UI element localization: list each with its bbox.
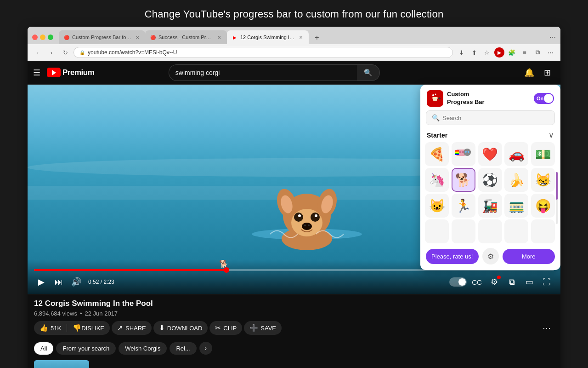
- cpb-item-cat[interactable]: 😸: [531, 168, 555, 192]
- play-pause-btn[interactable]: ▶: [34, 275, 49, 289]
- youtube-logo[interactable]: Premium: [47, 68, 94, 77]
- bookmark-icon[interactable]: ☆: [481, 47, 492, 58]
- cpb-item-empty1: [425, 219, 449, 243]
- video-views: 6,894,684 views: [34, 310, 77, 317]
- progress-fill: [34, 269, 226, 271]
- yt-notifications-btn[interactable]: 🔔: [522, 65, 537, 80]
- cpb-logo-area: Custom Progress Bar: [427, 90, 485, 107]
- cpb-settings-btn[interactable]: ⚙: [482, 248, 499, 264]
- svg-rect-29: [455, 153, 459, 154]
- clip-label: CLIP: [223, 325, 237, 332]
- back-btn[interactable]: ‹: [32, 47, 43, 58]
- share-btn[interactable]: ↗ SHARE: [112, 321, 152, 335]
- youtube-content: ☰ Premium 🔍 🔔 ⊞: [28, 61, 560, 368]
- yt-search-btn[interactable]: 🔍: [357, 64, 380, 81]
- browser-tab-2[interactable]: 🔴 Success - Custom ProgressBa... ✕: [145, 30, 227, 44]
- extension-manage-icon[interactable]: ≡: [519, 47, 530, 58]
- youtube-topbar: ☰ Premium 🔍 🔔 ⊞: [28, 61, 560, 85]
- cpb-item-soccer[interactable]: ⚽: [478, 168, 502, 192]
- cpb-item-simpsons[interactable]: 🏃: [452, 194, 475, 218]
- save-btn[interactable]: ➕ SAVE: [244, 321, 282, 335]
- tab-close-3[interactable]: ✕: [298, 34, 304, 40]
- cpb-item-hello-kitty[interactable]: 😺: [425, 194, 449, 218]
- share-page-icon[interactable]: ⬆: [469, 47, 480, 58]
- cpb-item-money[interactable]: 💵: [531, 142, 555, 166]
- download-status-icon[interactable]: ⬇: [456, 47, 467, 58]
- close-window-btn[interactable]: [32, 34, 38, 40]
- forward-btn[interactable]: ›: [46, 47, 57, 58]
- browser-menu-icon[interactable]: ⋯: [549, 34, 556, 41]
- cpb-more-btn[interactable]: More: [503, 249, 555, 264]
- svg-point-13: [304, 224, 306, 226]
- progress-corgi-icon: 🐕: [219, 259, 228, 268]
- cpb-toggle[interactable]: On: [534, 93, 554, 104]
- cpb-scrollbar[interactable]: [556, 172, 558, 224]
- minimize-window-btn[interactable]: [40, 34, 45, 40]
- save-label: SAVE: [260, 325, 276, 332]
- svg-point-11: [315, 214, 317, 217]
- autoplay-toggle[interactable]: [449, 277, 467, 287]
- tab-close-1[interactable]: ✕: [134, 34, 141, 40]
- cpb-item-corgi[interactable]: 🐕: [452, 168, 475, 192]
- browser-tab-3[interactable]: ▶ 12 Corgis Swimming In the Po... ✕: [227, 30, 309, 44]
- browser-titlebar: 🔴 Custom Progress Bar for YouTu... ✕ 🔴 S…: [28, 27, 560, 44]
- chip-welsh-corgis[interactable]: Welsh Corgis: [119, 342, 167, 355]
- cpb-rate-btn[interactable]: Please, rate us!: [426, 249, 479, 264]
- cpb-scrollbar-thumb: [556, 172, 558, 200]
- ctrl-right-btns: CC ⚙ ⧉ ▭ ⛶: [449, 275, 554, 289]
- cpb-item-pizza[interactable]: 🍕: [425, 142, 449, 166]
- theater-btn[interactable]: ▭: [522, 275, 537, 289]
- svg-point-17: [432, 94, 434, 96]
- video-area: 🐕 ▶ ⏭ 🔊 0:52 / 2:23 CC: [28, 85, 560, 294]
- svg-rect-27: [455, 151, 459, 152]
- rec-thumbnail[interactable]: [34, 360, 89, 368]
- yt-apps-btn[interactable]: ⊞: [540, 65, 555, 80]
- chip-related[interactable]: Rel...: [170, 342, 196, 355]
- cpb-search-input[interactable]: [442, 115, 549, 121]
- like-btn[interactable]: 👍 51K: [34, 321, 67, 335]
- chip-all[interactable]: All: [34, 342, 53, 355]
- cpb-item-emoji-face[interactable]: 😝: [531, 194, 555, 218]
- settings-btn[interactable]: ⚙: [487, 275, 502, 289]
- chip-from-search[interactable]: From your search: [56, 342, 116, 355]
- browser-navbar: ‹ › ↻ 🔒 youtube.com/watch?v=MESi-bQv--U …: [28, 44, 560, 61]
- new-tab-btn[interactable]: +: [311, 31, 323, 44]
- extensions-icon[interactable]: 🧩: [506, 47, 517, 58]
- dislike-icon: 👎: [73, 324, 81, 332]
- maximize-window-btn[interactable]: [48, 34, 53, 40]
- cpb-item-empty4: [504, 219, 528, 243]
- chips-next-btn[interactable]: ›: [199, 342, 212, 355]
- fullscreen-btn[interactable]: ⛶: [539, 275, 554, 289]
- cpb-item-train[interactable]: 🚂: [478, 194, 502, 218]
- clip-btn[interactable]: ✂ CLIP: [209, 321, 242, 335]
- browser-tab-1[interactable]: 🔴 Custom Progress Bar for YouTu... ✕: [59, 30, 145, 44]
- cpb-item-unicorn[interactable]: 🦄: [425, 168, 449, 192]
- yt-search-input[interactable]: [169, 64, 357, 81]
- video-time: 0:52 / 2:23: [88, 279, 114, 285]
- cpb-item-heart[interactable]: ❤️: [478, 142, 502, 166]
- cpb-footer: Please, rate us! ⚙ More: [420, 243, 560, 270]
- cpb-search-icon: 🔍: [432, 114, 440, 121]
- yt-menu-btn[interactable]: ☰: [33, 68, 40, 78]
- cpb-item-nyan[interactable]: [452, 142, 475, 166]
- volume-btn[interactable]: 🔊: [69, 275, 84, 289]
- address-url: youtube.com/watch?v=MESi-bQv--U: [88, 49, 177, 56]
- dislike-btn[interactable]: 👎 DISLIKE: [67, 321, 110, 335]
- browser-more-icon[interactable]: ⋯: [545, 47, 556, 58]
- miniplayer-btn[interactable]: ⧉: [504, 275, 519, 289]
- youtube-extension-icon[interactable]: ▶: [494, 47, 504, 58]
- address-bar[interactable]: 🔒 youtube.com/watch?v=MESi-bQv--U: [74, 47, 453, 58]
- tab-close-2[interactable]: ✕: [216, 34, 222, 40]
- download-btn[interactable]: ⬇ DOWNLOAD: [153, 321, 208, 335]
- cpb-item-banana[interactable]: 🍌: [504, 168, 528, 192]
- next-btn[interactable]: ⏭: [51, 275, 66, 289]
- svg-point-10: [298, 214, 301, 217]
- cpb-category-chevron[interactable]: ∨: [548, 131, 554, 139]
- cpb-item-car[interactable]: 🚗: [504, 142, 528, 166]
- refresh-btn[interactable]: ↻: [60, 47, 71, 58]
- subtitles-btn[interactable]: CC: [469, 275, 484, 289]
- cpb-item-train2[interactable]: 🚃: [504, 194, 528, 218]
- cpb-item-empty5: [531, 219, 555, 243]
- split-view-icon[interactable]: ⧉: [532, 47, 543, 58]
- more-actions-btn[interactable]: ⋯: [539, 321, 554, 335]
